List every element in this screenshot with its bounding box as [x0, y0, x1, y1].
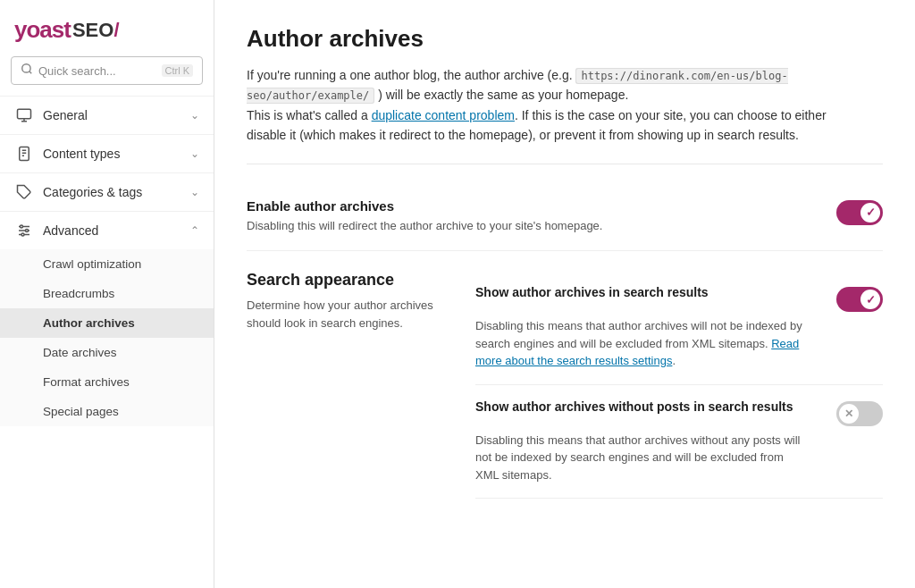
sidebar: yoast SEO/ Quick search... Ctrl K Genera… [0, 0, 214, 588]
svg-point-13 [21, 225, 23, 228]
nav-section-categories-tags: Categories & tags ⌄ [0, 172, 214, 211]
nav-section-general: General ⌄ [0, 96, 214, 134]
logo-seo: SEO [72, 19, 113, 42]
toggle-track-1: ✓ [836, 287, 883, 312]
sa-option-1-title: Show author archives in search results [475, 285, 709, 299]
sa-section-desc: Determine how your author archives shoul… [247, 297, 443, 332]
check-icon: ✓ [866, 293, 876, 307]
main-content: Author archives If you're running a one … [214, 0, 915, 588]
tag-icon [14, 184, 34, 200]
sidebar-item-general-label: General [43, 108, 190, 122]
sidebar-item-content-types-label: Content types [43, 147, 190, 161]
toggle-thumb-1: ✓ [860, 290, 880, 309]
sa-option-1-body: Disabling this means that author archive… [475, 317, 806, 370]
intro-line1: If you're running a one author blog, the… [247, 68, 573, 82]
sa-option-show-without-posts: Show author archives without posts in se… [475, 385, 883, 500]
search-shortcut: Ctrl K [162, 64, 194, 77]
duplicate-content-link[interactable]: duplicate content problem [372, 108, 515, 122]
search-icon [21, 63, 33, 79]
sa-right-panel: Show author archives in search results ✓… [475, 271, 883, 499]
nav-section-content-types: Content types ⌄ [0, 134, 214, 172]
logo-yoast: yoast [14, 16, 71, 44]
page-title: Author archives [247, 25, 883, 53]
sa-option-1-header: Show author archives in search results ✓ [475, 285, 883, 312]
advanced-subnav: Crawl optimization Breadcrumbs Author ar… [0, 249, 214, 426]
check-icon: ✓ [866, 206, 876, 219]
section-divider [247, 164, 883, 164]
toggle-thumb-2: ✕ [839, 404, 859, 424]
chevron-down-icon: ⌄ [190, 147, 199, 160]
logo-slash: / [113, 19, 119, 42]
sa-option-1-desc: Disabling this means that author archive… [475, 319, 802, 350]
sidebar-item-advanced-label: Advanced [43, 223, 190, 238]
sidebar-item-categories-tags[interactable]: Categories & tags ⌄ [0, 173, 214, 211]
svg-point-0 [22, 64, 30, 72]
svg-rect-2 [18, 109, 31, 119]
sliders-icon [14, 223, 34, 239]
sa-option-2-body: Disabling this means that author archive… [475, 432, 806, 484]
sidebar-item-special-pages[interactable]: Special pages [0, 397, 214, 426]
sidebar-item-crawl-optimization[interactable]: Crawl optimization [0, 249, 214, 279]
document-icon [14, 146, 34, 162]
sidebar-item-author-archives[interactable]: Author archives [0, 308, 214, 338]
toggle-thumb: ✓ [860, 203, 880, 223]
intro-paragraph: If you're running a one author blog, the… [247, 65, 836, 146]
sa-option-show-in-results: Show author archives in search results ✓… [475, 271, 883, 385]
sa-option-2-header: Show author archives without posts in se… [475, 399, 883, 426]
sidebar-item-general[interactable]: General ⌄ [0, 97, 214, 134]
chevron-down-icon: ⌄ [190, 109, 199, 122]
toggle-track: ✓ [836, 200, 883, 225]
intro-line2: ) will be exactly the same as your homep… [378, 88, 628, 102]
search-box[interactable]: Quick search... Ctrl K [11, 56, 203, 85]
nav-section-advanced: Advanced ⌃ Crawl optimization Breadcrumb… [0, 211, 214, 426]
sidebar-item-content-types[interactable]: Content types ⌄ [0, 135, 214, 172]
enable-archives-label-group: Enable author archives Disabling this wi… [247, 198, 602, 235]
svg-line-1 [29, 71, 32, 74]
toggle-track-2: ✕ [836, 401, 883, 426]
enable-archives-label: Enable author archives [247, 198, 602, 214]
sidebar-item-categories-tags-label: Categories & tags [43, 185, 190, 199]
search-appearance-section: Search appearance Determine how your aut… [247, 251, 883, 499]
search-placeholder: Quick search... [38, 64, 162, 78]
show-without-posts-toggle[interactable]: ✕ [836, 401, 883, 426]
svg-point-14 [26, 230, 29, 232]
sa-section-title: Search appearance [247, 271, 443, 290]
chevron-up-icon: ⌃ [190, 224, 199, 237]
enable-archives-desc: Disabling this will redirect the author … [247, 217, 602, 235]
sa-left-panel: Search appearance Determine how your aut… [247, 271, 443, 499]
enable-archives-row: Enable author archives Disabling this wi… [247, 182, 883, 252]
sa-option-2-title: Show author archives without posts in se… [475, 399, 793, 414]
sidebar-item-breadcrumbs[interactable]: Breadcrumbs [0, 279, 214, 308]
svg-point-15 [21, 233, 24, 236]
chevron-down-icon: ⌄ [190, 186, 199, 198]
show-in-results-toggle[interactable]: ✓ [836, 287, 883, 312]
x-icon: ✕ [844, 407, 853, 420]
enable-archives-toggle[interactable]: ✓ [836, 200, 883, 225]
monitor-icon [14, 107, 34, 123]
sidebar-item-advanced[interactable]: Advanced ⌃ [0, 212, 214, 249]
intro-line3: This is what's called a [247, 108, 372, 122]
sidebar-item-date-archives[interactable]: Date archives [0, 338, 214, 367]
logo: yoast SEO/ [0, 0, 214, 56]
sidebar-item-format-archives[interactable]: Format archives [0, 367, 214, 397]
